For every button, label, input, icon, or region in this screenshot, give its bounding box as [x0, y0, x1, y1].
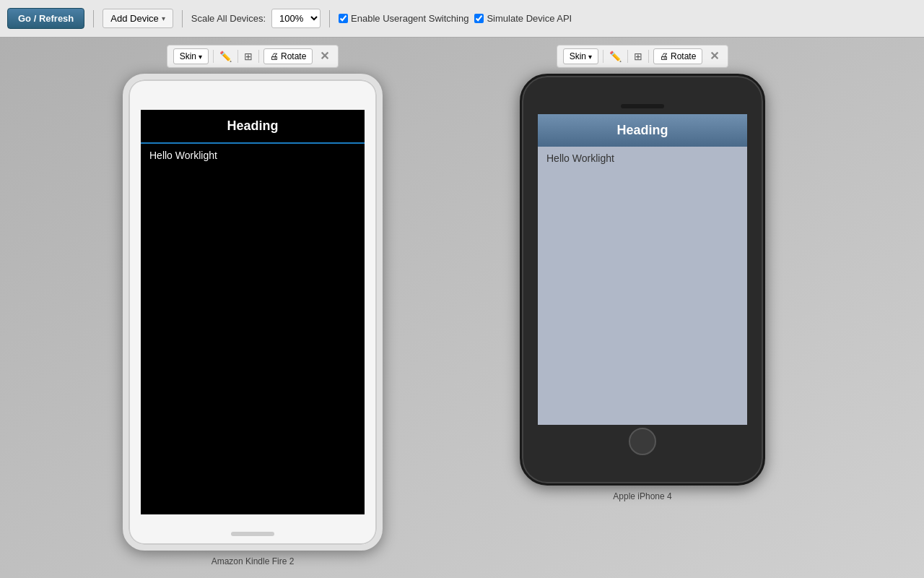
device-2-rotate-label: Rotate — [671, 51, 696, 61]
device-2-sep-1 — [603, 50, 603, 63]
qrcode-icon[interactable]: ⊞ — [632, 49, 644, 64]
simulate-api-label[interactable]: Simulate Device API — [474, 13, 572, 24]
iphone-device: Heading Hello Worklight — [520, 74, 765, 486]
simulate-api-checkbox[interactable] — [474, 14, 484, 23]
device-1-wrapper: Skin ▾ ✏️ ⊞ 🖨 Rotate ✕ Heading Hello Wor… — [123, 45, 383, 566]
chevron-down-icon: ▾ — [199, 53, 202, 61]
kindle-app-heading: Heading — [141, 110, 365, 144]
separator-1 — [93, 10, 94, 27]
device-2-close-button[interactable]: ✕ — [707, 49, 722, 64]
device-1-sep-3 — [258, 50, 259, 63]
kindle-bottom-bar — [231, 532, 274, 536]
enable-useragent-label[interactable]: Enable Useragent Switching — [339, 13, 468, 24]
iphone-screen: Heading Hello Worklight — [538, 114, 747, 425]
add-device-button[interactable]: Add Device ▾ — [103, 9, 173, 28]
iphone-home-button[interactable] — [629, 428, 656, 455]
device-1-sep-1 — [213, 50, 214, 63]
iphone-app-heading: Heading — [538, 114, 747, 147]
device-2-skin-button[interactable]: Skin ▾ — [563, 48, 598, 64]
device-2-sep-3 — [648, 50, 649, 63]
device-1-toolbar: Skin ▾ ✏️ ⊞ 🖨 Rotate ✕ — [167, 45, 339, 68]
iphone-speaker-top — [621, 104, 664, 108]
separator-3 — [329, 10, 330, 27]
rotate-icon: 🖨 — [270, 51, 279, 61]
add-device-label: Add Device — [110, 13, 158, 24]
device-1-close-button[interactable]: ✕ — [317, 49, 332, 64]
main-toolbar: Go / Refresh Add Device ▾ Scale All Devi… — [0, 0, 924, 38]
rotate-icon: 🖨 — [660, 51, 668, 61]
device-2-label: Apple iPhone 4 — [613, 491, 671, 501]
device-2-wrapper: Skin ▾ ✏️ ⊞ 🖨 Rotate ✕ Heading Hello Wor… — [520, 45, 765, 501]
scale-select[interactable]: 25% 50% 75% 100% 125% 150% — [271, 9, 321, 28]
device-1-skin-label: Skin — [180, 51, 196, 61]
device-1-rotate-button[interactable]: 🖨 Rotate — [263, 48, 313, 64]
kindle-screen: Heading Hello Worklight — [141, 110, 365, 514]
go-refresh-button[interactable]: Go / Refresh — [7, 8, 84, 29]
edit-icon[interactable]: ✏️ — [218, 49, 233, 64]
qrcode-icon[interactable]: ⊞ — [243, 49, 254, 64]
device-1-rotate-label: Rotate — [281, 51, 306, 61]
enable-useragent-checkbox[interactable] — [339, 14, 348, 23]
iphone-app-content: Hello Worklight — [538, 147, 747, 170]
device-2-sep-2 — [627, 50, 628, 63]
device-canvas: Skin ▾ ✏️ ⊞ 🖨 Rotate ✕ Heading Hello Wor… — [0, 38, 924, 578]
device-1-label: Amazon Kindle Fire 2 — [212, 556, 295, 566]
scale-label: Scale All Devices: — [191, 13, 266, 24]
chevron-down-icon: ▾ — [588, 53, 592, 61]
separator-2 — [182, 10, 183, 27]
edit-icon[interactable]: ✏️ — [608, 49, 623, 64]
kindle-app-content: Hello Worklight — [141, 144, 365, 167]
device-2-toolbar: Skin ▾ ✏️ ⊞ 🖨 Rotate ✕ — [557, 45, 729, 68]
device-2-skin-label: Skin — [570, 51, 586, 61]
device-2-rotate-button[interactable]: 🖨 Rotate — [653, 48, 702, 64]
kindle-device: Heading Hello Worklight — [123, 74, 383, 551]
device-1-skin-button[interactable]: Skin ▾ — [173, 48, 209, 64]
device-1-sep-2 — [237, 50, 238, 63]
chevron-down-icon: ▾ — [162, 14, 165, 22]
